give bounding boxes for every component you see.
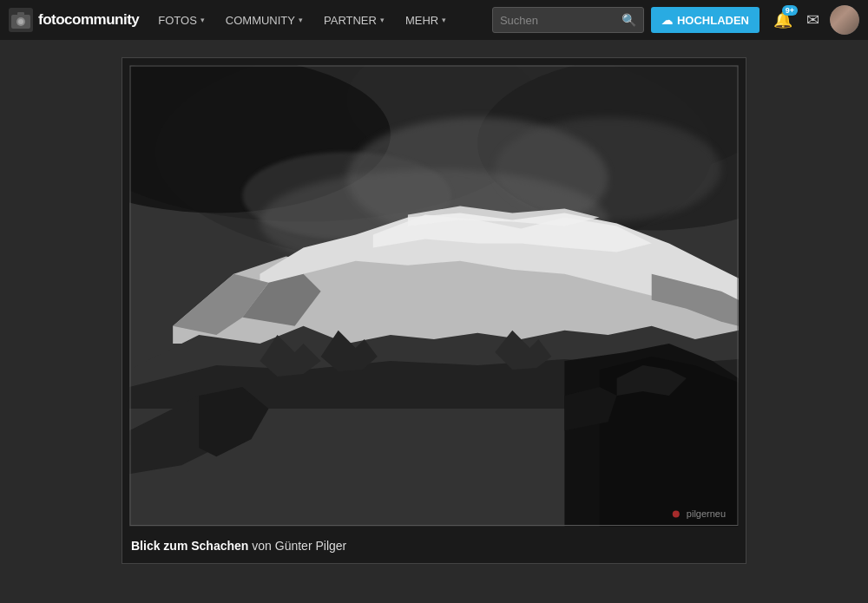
upload-button[interactable]: ☁ HOCHLADEN [651,7,760,33]
main-content: pilgerneu Blick zum Schachen von Günter … [0,40,868,581]
logo[interactable]: fotocommunity [9,8,139,32]
search-bar[interactable]: 🔍 [492,7,644,33]
svg-rect-4 [17,12,24,16]
chevron-down-icon: ▾ [442,16,446,24]
photo-title-rest: von Günter Pilger [248,539,346,553]
avatar[interactable] [830,5,859,35]
avatar-image [830,5,859,35]
logo-text: fotocommunity [38,11,139,29]
notification-badge: 9+ [782,5,798,16]
photo-frame: pilgerneu [129,65,739,527]
envelope-icon: ✉ [806,10,819,29]
chevron-down-icon: ▾ [201,16,205,24]
chevron-down-icon: ▾ [299,16,303,24]
svg-text:pilgerneu: pilgerneu [687,508,726,519]
photo-caption: Blick zum Schachen von Günter Pilger [129,535,739,556]
navbar: fotocommunity FOTOS ▾ COMMUNITY ▾ PARTNE… [0,0,868,40]
photo-image: pilgerneu [129,65,739,527]
photo-container: pilgerneu Blick zum Schachen von Günter … [122,57,746,564]
notifications-button[interactable]: 🔔 9+ [766,0,799,40]
cloud-upload-icon: ☁ [661,14,673,27]
photo-title-bold: Blick zum Schachen [131,539,248,553]
svg-point-3 [18,19,23,24]
search-icon[interactable]: 🔍 [621,13,636,27]
chevron-down-icon: ▾ [380,16,385,24]
nav-mehr[interactable]: MEHR ▾ [395,0,457,40]
nav-partner[interactable]: PARTNER ▾ [313,0,395,40]
nav-fotos[interactable]: FOTOS ▾ [148,0,215,40]
nav-community[interactable]: COMMUNITY ▾ [215,0,313,40]
messages-button[interactable]: ✉ [799,0,826,40]
logo-icon [9,8,33,32]
svg-point-34 [673,510,680,517]
search-input[interactable] [500,14,621,27]
